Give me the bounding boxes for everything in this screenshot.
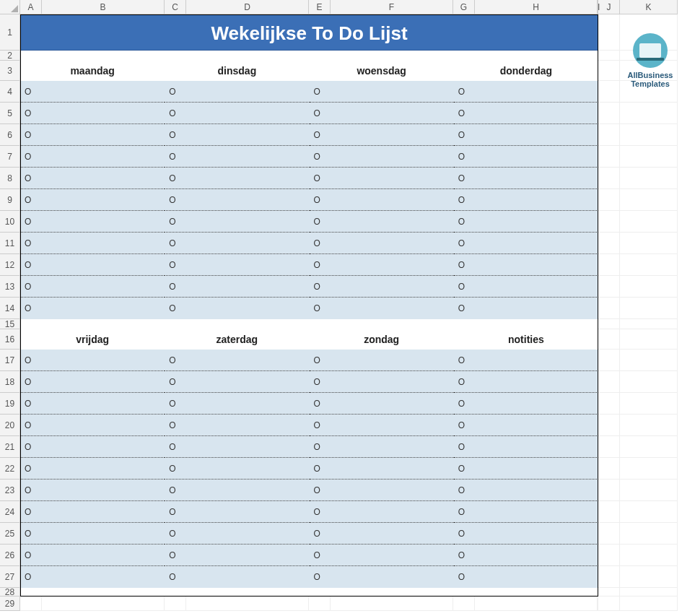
cell-K29[interactable] bbox=[620, 597, 678, 611]
row-header-19[interactable]: 19 bbox=[0, 393, 19, 415]
column-header-G[interactable]: G bbox=[453, 0, 475, 14]
row-header-23[interactable]: 23 bbox=[0, 480, 19, 501]
column-header-D[interactable]: D bbox=[186, 0, 309, 14]
row-header-20[interactable]: 20 bbox=[0, 415, 19, 436]
task-row[interactable]: O bbox=[20, 480, 165, 501]
cell-J27[interactable] bbox=[598, 566, 620, 588]
task-row[interactable]: O bbox=[20, 393, 165, 415]
cell-K19[interactable] bbox=[620, 393, 678, 415]
task-row[interactable]: O bbox=[310, 415, 454, 436]
cell-K28[interactable] bbox=[620, 588, 678, 597]
task-row[interactable]: O bbox=[310, 350, 454, 371]
cell-J17[interactable] bbox=[598, 350, 620, 371]
task-row[interactable]: O bbox=[310, 146, 454, 168]
cell-J8[interactable] bbox=[598, 168, 620, 189]
task-row[interactable]: O bbox=[165, 480, 309, 501]
task-row[interactable]: O bbox=[454, 168, 598, 189]
task-row[interactable]: O bbox=[20, 436, 165, 458]
task-row[interactable]: O bbox=[310, 189, 454, 211]
cell-J20[interactable] bbox=[598, 415, 620, 436]
task-row[interactable]: O bbox=[310, 298, 454, 319]
task-row[interactable]: O bbox=[20, 458, 165, 480]
column-header-K[interactable]: K bbox=[620, 0, 678, 14]
row-header-27[interactable]: 27 bbox=[0, 566, 19, 588]
cell-J16[interactable] bbox=[598, 329, 620, 350]
day-header-vrijdag[interactable]: vrijdag bbox=[20, 329, 165, 350]
task-row[interactable]: O bbox=[20, 501, 165, 523]
cell-J25[interactable] bbox=[598, 523, 620, 545]
task-row[interactable]: O bbox=[165, 566, 309, 588]
row-header-25[interactable]: 25 bbox=[0, 523, 19, 545]
task-row[interactable]: O bbox=[454, 350, 598, 371]
cell-J4[interactable] bbox=[598, 81, 620, 103]
cell-K13[interactable] bbox=[620, 276, 678, 298]
day-header-donderdag[interactable]: donderdag bbox=[454, 61, 598, 81]
cell-K7[interactable] bbox=[620, 146, 678, 168]
cell-C29[interactable] bbox=[165, 597, 186, 611]
day-header-maandag[interactable]: maandag bbox=[20, 61, 165, 81]
task-row[interactable]: O bbox=[454, 211, 598, 233]
cell-K17[interactable] bbox=[620, 350, 678, 371]
task-row[interactable]: O bbox=[454, 501, 598, 523]
cell-K24[interactable] bbox=[620, 501, 678, 523]
column-header-C[interactable]: C bbox=[165, 0, 186, 14]
cell-J19[interactable] bbox=[598, 393, 620, 415]
cell-K11[interactable] bbox=[620, 233, 678, 254]
cell-K14[interactable] bbox=[620, 298, 678, 319]
row-header-18[interactable]: 18 bbox=[0, 371, 19, 393]
cell-J21[interactable] bbox=[598, 436, 620, 458]
task-row[interactable]: O bbox=[165, 189, 309, 211]
column-header-F[interactable]: F bbox=[331, 0, 453, 14]
day-header-notities[interactable]: notities bbox=[454, 329, 598, 350]
cell-J1[interactable] bbox=[598, 14, 620, 51]
cell-K18[interactable] bbox=[620, 371, 678, 393]
select-all-corner[interactable] bbox=[0, 0, 20, 14]
task-row[interactable]: O bbox=[454, 124, 598, 146]
task-row[interactable]: O bbox=[20, 566, 165, 588]
task-row[interactable]: O bbox=[165, 233, 309, 254]
task-row[interactable]: O bbox=[310, 81, 454, 103]
cell-F29[interactable] bbox=[331, 597, 453, 611]
row-header-28[interactable]: 28 bbox=[0, 588, 19, 597]
cell-K15[interactable] bbox=[620, 319, 678, 329]
task-row[interactable]: O bbox=[310, 523, 454, 545]
row-header-14[interactable]: 14 bbox=[0, 298, 19, 319]
task-row[interactable]: O bbox=[454, 523, 598, 545]
task-row[interactable]: O bbox=[454, 393, 598, 415]
cell-J26[interactable] bbox=[598, 545, 620, 566]
row-header-1[interactable]: 1 bbox=[0, 14, 19, 51]
cell-K8[interactable] bbox=[620, 168, 678, 189]
cell-J22[interactable] bbox=[598, 458, 620, 480]
cell-K9[interactable] bbox=[620, 189, 678, 211]
task-row[interactable]: O bbox=[310, 371, 454, 393]
task-row[interactable]: O bbox=[20, 189, 165, 211]
day-header-dinsdag[interactable]: dinsdag bbox=[165, 61, 309, 81]
task-row[interactable]: O bbox=[20, 545, 165, 566]
cell-H29[interactable] bbox=[475, 597, 598, 611]
column-header-B[interactable]: B bbox=[42, 0, 165, 14]
cell-J14[interactable] bbox=[598, 298, 620, 319]
task-row[interactable]: O bbox=[165, 371, 309, 393]
row-header-11[interactable]: 11 bbox=[0, 233, 19, 254]
cell-J24[interactable] bbox=[598, 501, 620, 523]
day-header-zaterdag[interactable]: zaterdag bbox=[165, 329, 309, 350]
row-header-26[interactable]: 26 bbox=[0, 545, 19, 566]
cell-J12[interactable] bbox=[598, 254, 620, 276]
task-row[interactable]: O bbox=[20, 103, 165, 124]
row-header-21[interactable]: 21 bbox=[0, 436, 19, 458]
task-row[interactable]: O bbox=[20, 350, 165, 371]
cell-K25[interactable] bbox=[620, 523, 678, 545]
task-row[interactable]: O bbox=[165, 81, 309, 103]
task-row[interactable]: O bbox=[454, 458, 598, 480]
task-row[interactable]: O bbox=[310, 545, 454, 566]
task-row[interactable]: O bbox=[310, 233, 454, 254]
task-row[interactable]: O bbox=[310, 211, 454, 233]
cell-J23[interactable] bbox=[598, 480, 620, 501]
cell-J3[interactable] bbox=[598, 61, 620, 81]
task-row[interactable]: O bbox=[20, 211, 165, 233]
cell-J28[interactable] bbox=[598, 588, 620, 597]
task-row[interactable]: O bbox=[310, 103, 454, 124]
task-row[interactable]: O bbox=[454, 436, 598, 458]
cell-J18[interactable] bbox=[598, 371, 620, 393]
cell-A29[interactable] bbox=[20, 597, 42, 611]
